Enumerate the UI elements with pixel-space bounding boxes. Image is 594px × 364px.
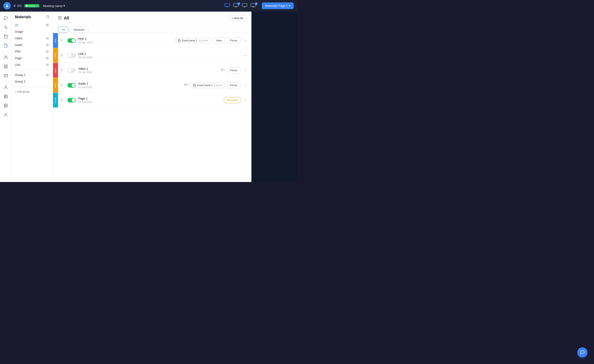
screen1-btn[interactable] xyxy=(224,3,230,8)
sidebar-icon-grid[interactable] xyxy=(2,62,10,71)
svg-point-63 xyxy=(62,83,62,84)
nav-item-link[interactable]: Link 1 xyxy=(12,61,53,68)
svg-point-30 xyxy=(5,105,6,106)
new-file-btn[interactable]: + New file xyxy=(229,15,246,21)
material-actions-page: Focused ··· xyxy=(224,97,251,103)
screen4-btn[interactable]: 4 xyxy=(251,3,256,8)
toggle-audio[interactable] xyxy=(68,83,76,88)
material-info-video: Video 1 21 Jun 2019 xyxy=(78,67,221,74)
view-btn-pdf[interactable]: View xyxy=(213,37,225,43)
toggle-page[interactable] xyxy=(68,98,76,102)
sidebar-icon-user[interactable] xyxy=(2,83,10,92)
hamburger-icon[interactable] xyxy=(58,16,62,20)
screen3-btn[interactable] xyxy=(242,3,247,8)
drag-handle[interactable] xyxy=(58,54,65,58)
sidebar-icon-analytics[interactable] xyxy=(2,23,10,32)
meeting-name[interactable]: Meeting name ▾ xyxy=(43,4,65,8)
svg-rect-71 xyxy=(193,84,196,87)
svg-point-1 xyxy=(14,5,15,6)
sidebar-icon-profile[interactable] xyxy=(2,111,10,119)
svg-point-77 xyxy=(61,99,61,100)
nav-badge-all: 5 xyxy=(45,24,49,27)
svg-point-56 xyxy=(62,70,62,70)
more-btn-page[interactable]: ··· xyxy=(243,97,248,103)
focus-btn-pdf[interactable]: Focus xyxy=(227,37,240,43)
screen2-btn[interactable]: 2 xyxy=(233,3,239,8)
svg-point-49 xyxy=(61,55,61,55)
sidebar-icon-mail[interactable] xyxy=(2,71,10,80)
material-actions-video: Focus ··· xyxy=(221,67,251,73)
drag-handle[interactable] xyxy=(58,68,65,73)
nav-badge-page: 1 xyxy=(45,57,49,60)
drag-handle[interactable] xyxy=(58,98,65,102)
svg-point-67 xyxy=(62,86,62,86)
svg-point-50 xyxy=(62,55,62,55)
event-tag-pdf: Event name 1 11:00 AM xyxy=(175,38,211,43)
nav-item-all[interactable]: All 5 xyxy=(12,22,53,28)
type-bar-mp3: MP3 xyxy=(53,78,58,93)
toggle-link[interactable] xyxy=(68,53,76,58)
sidebar-icon-settings[interactable] xyxy=(2,101,10,110)
svg-point-79 xyxy=(61,101,61,101)
material-actions-audio: Event name 2 9:00 AM Focus ··· xyxy=(184,82,251,88)
svg-rect-22 xyxy=(6,65,7,66)
nav-badge-group1: 3 xyxy=(45,74,49,76)
svg-point-54 xyxy=(62,68,62,69)
drag-handle[interactable] xyxy=(58,83,65,87)
materials-page-btn[interactable]: Materials/ Page 1 ▾ xyxy=(262,2,294,9)
content-area: All + New file All Sessions PDF xyxy=(53,12,251,182)
material-info-audio: Audio 1 21 Jun 2019 xyxy=(78,82,184,89)
focus-btn-audio[interactable]: Focus xyxy=(227,82,240,88)
nav-group1[interactable]: Group 1 3 xyxy=(12,72,53,78)
svg-rect-24 xyxy=(6,67,7,68)
sidebar-icon-people[interactable] xyxy=(2,53,10,61)
material-name: Link 1 xyxy=(78,52,243,55)
nav-item-audio[interactable]: Audio 1 xyxy=(12,42,53,48)
nav-item-video[interactable]: Video 1 xyxy=(12,35,53,42)
more-btn-pdf[interactable]: ··· xyxy=(243,37,248,43)
svg-point-0 xyxy=(7,5,8,6)
tab-sessions[interactable]: Sessions xyxy=(70,27,88,33)
nav-item-pdf[interactable]: PDF 1 xyxy=(12,48,53,55)
focus-btn-video[interactable]: Focus xyxy=(227,67,240,73)
svg-point-55 xyxy=(61,70,61,70)
nav-divider2 xyxy=(12,87,53,87)
sidebar-icon-chat[interactable] xyxy=(2,14,10,22)
type-bar-link: LINK xyxy=(53,48,58,63)
svg-rect-43 xyxy=(178,40,180,42)
material-date: 21 Jun 2019 xyxy=(78,101,224,103)
nav-search-btn[interactable] xyxy=(46,15,49,19)
nav-item-page[interactable]: Page 1 xyxy=(12,55,53,61)
more-btn-video[interactable]: ··· xyxy=(243,67,248,73)
tab-all[interactable]: All xyxy=(58,27,69,33)
svg-point-58 xyxy=(62,71,62,71)
material-actions-link: ··· xyxy=(243,52,251,58)
nav-group2[interactable]: Group 2 xyxy=(12,78,53,85)
toggle-pdf[interactable] xyxy=(68,38,76,43)
nav-divider1 xyxy=(12,70,53,70)
drag-handle[interactable] xyxy=(58,39,65,43)
nav-item-image[interactable]: Image xyxy=(12,28,53,35)
sidebar-icon-table[interactable] xyxy=(2,92,10,101)
svg-point-2 xyxy=(15,5,16,6)
user-avatar[interactable] xyxy=(3,2,11,10)
sidebar-icon-materials[interactable] xyxy=(2,41,10,50)
svg-point-40 xyxy=(62,40,62,40)
nav-badge-link: 1 xyxy=(45,63,49,66)
more-btn-audio[interactable]: ··· xyxy=(243,82,248,88)
add-group-btn[interactable]: + Add group xyxy=(12,88,53,95)
svg-point-65 xyxy=(62,84,62,85)
sidebar-icon-calendar[interactable] xyxy=(2,32,10,40)
svg-marker-59 xyxy=(221,68,223,71)
main-container: Materials All 5 Image Video 1 Audio 1 PD… xyxy=(0,12,297,182)
material-date: 21 Jun 2019 xyxy=(78,86,184,89)
users-count: 250 xyxy=(13,4,22,7)
content-title-row: All xyxy=(58,16,69,20)
svg-point-80 xyxy=(62,101,62,101)
icon-sidebar xyxy=(0,12,12,182)
toggle-video[interactable] xyxy=(68,68,76,73)
nav-badge-video: 1 xyxy=(45,37,49,40)
more-btn-link[interactable]: ··· xyxy=(243,52,248,58)
focused-btn-page[interactable]: Focused xyxy=(224,97,240,103)
screen2-badge: 2 xyxy=(237,2,240,5)
